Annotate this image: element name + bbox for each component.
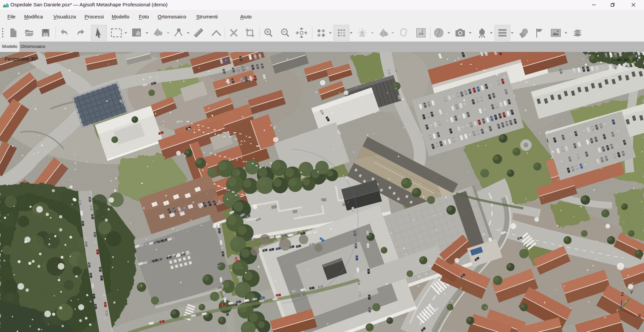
svg-text:Z: Z — [621, 291, 624, 297]
svg-text:Y: Y — [630, 289, 633, 295]
svg-text:X: X — [638, 313, 641, 319]
svg-text:Perspective 30°: Perspective 30° — [5, 56, 38, 62]
svg-text:Snap: pts, 3D: Snap: pts, 3D — [611, 57, 638, 62]
